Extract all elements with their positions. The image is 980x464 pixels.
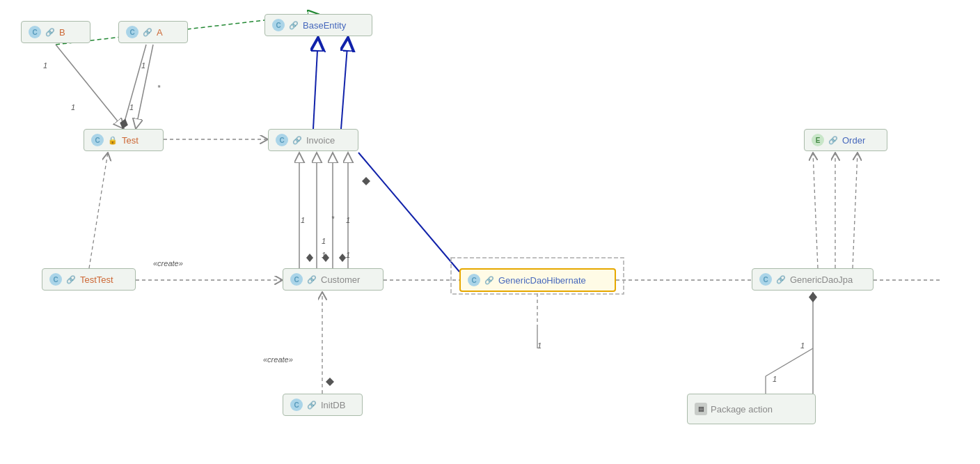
lock-icon-Test: 🔒 (107, 134, 118, 146)
svg-line-6 (341, 38, 348, 129)
mult-star-invoice: * (331, 215, 334, 223)
label-Test: Test (122, 135, 139, 146)
stereotype-create-2: «create» (263, 355, 293, 364)
node-GenericDaoJpa[interactable]: C 🔗 GenericDaoJpa (752, 268, 874, 291)
icon-pkg-PackageAction: ▤ (695, 403, 707, 415)
icon-c-B: C (29, 26, 41, 38)
mult-1-a: 1 (141, 61, 145, 70)
label-GenericDaoJpa: GenericDaoJpa (790, 274, 853, 285)
node-BaseEntity[interactable]: C 🔗 BaseEntity (264, 14, 372, 36)
link-icon-Customer: 🔗 (306, 274, 317, 285)
mult-1-invoice4: 1 (322, 251, 326, 259)
icon-c-Invoice: C (276, 134, 288, 146)
label-TestTest: TestTest (80, 274, 113, 285)
node-Invoice[interactable]: C 🔗 Invoice (268, 129, 358, 151)
svg-marker-30 (326, 378, 334, 386)
svg-line-5 (313, 38, 318, 129)
label-Invoice: Invoice (306, 135, 335, 146)
label-BaseEntity: BaseEntity (303, 20, 346, 31)
icon-c-GenericDaoHibernate: C (468, 274, 480, 286)
label-GenericDaoHibernate: GenericDaoHibernate (498, 275, 586, 286)
svg-line-7 (89, 153, 108, 268)
link-icon-GenericDaoHibernate: 🔗 (484, 274, 495, 286)
label-InitDB: InitDB (321, 400, 345, 410)
svg-line-21 (813, 153, 818, 268)
mult-1-invoice5: 1 (346, 251, 350, 259)
icon-c-Customer: C (290, 273, 303, 286)
label-PackageAction: Package action (711, 404, 773, 415)
icon-c-Test: C (91, 134, 104, 146)
label-A: A (157, 27, 163, 38)
icon-e-Order: E (812, 134, 824, 146)
svg-marker-16 (362, 177, 370, 185)
icon-c-TestTest: C (49, 273, 62, 286)
label-B: B (59, 27, 65, 38)
link-icon-B: 🔗 (45, 26, 56, 38)
node-B[interactable]: C 🔗 B (21, 21, 90, 43)
icon-c-GenericDaoJpa: C (759, 273, 772, 286)
link-icon-Invoice: 🔗 (292, 134, 303, 146)
node-Order[interactable]: E 🔗 Order (804, 129, 887, 151)
arrows-svg (0, 0, 980, 464)
mult-1-invoice2: 1 (322, 237, 326, 245)
mult-1-gdh: 1 (537, 341, 542, 350)
link-icon-InitDB: 🔗 (306, 399, 317, 410)
svg-line-28 (766, 348, 813, 376)
mult-1-gdj: 1 (800, 341, 805, 350)
icon-c-A: C (126, 26, 139, 38)
link-icon-BaseEntity: 🔗 (288, 20, 299, 31)
mult-star-a: * (157, 84, 160, 92)
mult-1-gdj2: 1 (773, 375, 777, 383)
node-InitDB[interactable]: C 🔗 InitDB (283, 394, 363, 416)
svg-line-3 (122, 45, 146, 129)
diagram-canvas: C 🔗 B C 🔗 A C 🔗 BaseEntity C 🔒 Test C 🔗 … (0, 0, 980, 464)
svg-line-2 (136, 45, 153, 129)
link-icon-A: 🔗 (142, 26, 153, 38)
mult-1-test-b: 1 (71, 103, 75, 111)
mult-1-b: 1 (43, 61, 47, 70)
icon-c-InitDB: C (290, 399, 303, 411)
node-Customer[interactable]: C 🔗 Customer (283, 268, 384, 291)
node-A[interactable]: C 🔗 A (118, 21, 188, 43)
node-PackageAction[interactable]: ▤ Package action (687, 394, 816, 424)
label-Customer: Customer (321, 274, 360, 285)
svg-line-17 (358, 153, 459, 272)
link-icon-GenericDaoJpa: 🔗 (775, 274, 787, 285)
stereotype-create-1: «create» (153, 259, 183, 268)
mult-1-invoice3: 1 (346, 216, 350, 224)
node-Test[interactable]: C 🔒 Test (84, 129, 164, 151)
label-Order: Order (842, 135, 865, 146)
mult-1-testa1: 1 (129, 103, 134, 111)
icon-c-BaseEntity: C (272, 19, 285, 31)
svg-marker-13 (306, 254, 313, 262)
node-TestTest[interactable]: C 🔗 TestTest (42, 268, 136, 291)
svg-marker-15 (339, 254, 346, 262)
node-GenericDaoHibernate[interactable]: C 🔗 GenericDaoHibernate (459, 268, 616, 292)
link-icon-TestTest: 🔗 (65, 274, 77, 285)
mult-1-invoice1: 1 (301, 216, 305, 224)
svg-line-23 (853, 153, 858, 268)
svg-line-1 (56, 45, 124, 129)
link-icon-Order: 🔗 (828, 134, 839, 146)
